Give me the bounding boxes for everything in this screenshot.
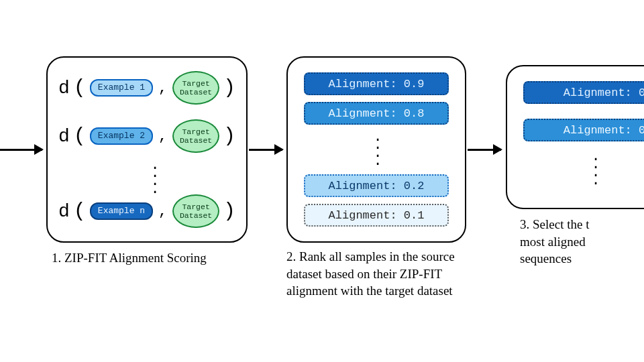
caption-panel-2: 2. Rank all samples in the source datase… [286, 248, 478, 300]
alignment-label: Alignment: 0 [564, 86, 644, 99]
alignment-bar-02: Alignment: 0.2 [304, 174, 449, 197]
example-pill-2: Example 2 [90, 127, 153, 145]
target-label: Target Dataset [180, 127, 212, 145]
arrow-in-left [0, 149, 42, 151]
example-pill-1: Example 1 [90, 79, 153, 97]
d-row-1: d ( Example 1 , Target Dataset ) [58, 71, 235, 105]
rparen-icon: ) [223, 200, 235, 223]
comma-icon: , [158, 80, 167, 97]
alignment-bar-sel-1: Alignment: 0 [523, 81, 644, 104]
panel-2-ranking: Alignment: 0.9 Alignment: 0.8 ···· Align… [286, 56, 466, 243]
d-row-n: d ( Example n , Target Dataset ) [58, 194, 235, 228]
alignment-label: Alignment: 0 [564, 124, 644, 137]
vdots-icon: ···· [148, 165, 162, 197]
comma-icon: , [158, 203, 167, 220]
target-ellipse-n: Target Dataset [172, 194, 219, 228]
alignment-label: Alignment: 0.1 [329, 209, 425, 222]
rparen-icon: ) [223, 76, 235, 99]
example-pill-n: Example n [90, 202, 153, 220]
target-label: Target Dataset [180, 79, 212, 97]
comma-icon: , [158, 128, 167, 145]
lparen-icon: ( [74, 76, 86, 99]
alignment-label: Alignment: 0.8 [329, 107, 425, 120]
alignment-bar-08: Alignment: 0.8 [304, 102, 449, 125]
vdots-icon: ···· [371, 137, 384, 169]
caption-panel-1: 1. ZIP-FIT Alignment Scoring [52, 249, 226, 267]
d-letter: d [58, 201, 70, 222]
d-row-2: d ( Example 2 , Target Dataset ) [58, 119, 235, 153]
alignment-label: Alignment: 0.9 [329, 78, 425, 90]
arrow-2-to-3 [468, 149, 501, 151]
alignment-bar-sel-2: Alignment: 0 [523, 119, 644, 141]
lparen-icon: ( [74, 125, 86, 147]
d-letter: d [58, 78, 70, 99]
panel-1-scoring: d ( Example 1 , Target Dataset ) d ( Exa… [46, 56, 248, 243]
lparen-icon: ( [74, 200, 86, 223]
vdots-icon: ···· [589, 156, 602, 188]
target-ellipse-2: Target Dataset [172, 119, 219, 153]
alignment-label: Alignment: 0.2 [329, 180, 425, 192]
rparen-icon: ) [223, 125, 235, 147]
arrow-1-to-2 [249, 149, 282, 151]
target-ellipse-1: Target Dataset [172, 71, 219, 105]
d-letter: d [58, 126, 70, 147]
caption-panel-3: 3. Select the t most aligned sequences [520, 216, 644, 267]
panel-3-select: Alignment: 0 Alignment: 0 ···· [506, 65, 644, 209]
alignment-bar-09: Alignment: 0.9 [304, 72, 449, 95]
target-label: Target Dataset [180, 202, 212, 220]
alignment-bar-01: Alignment: 0.1 [304, 204, 449, 227]
